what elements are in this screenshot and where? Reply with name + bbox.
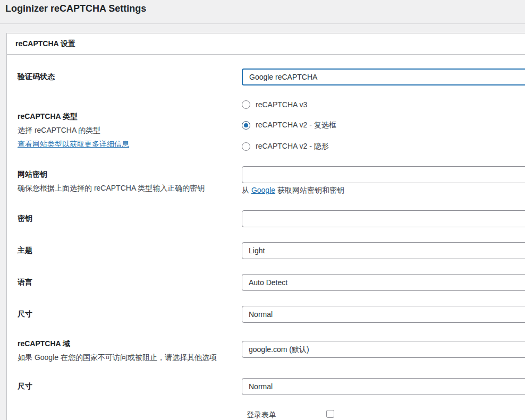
recaptcha-type-description: 选择 reCAPTCHA 的类型 <box>18 125 231 136</box>
row-site-key: 网站密钥 确保您根据上面选择的 reCAPTCHA 类型输入正确的密钥 从 Go… <box>18 166 525 195</box>
site-key-helper-prefix: 从 <box>242 186 251 194</box>
radio-option-v2-invisible: reCAPTCHA v2 - 隐形 <box>242 142 525 151</box>
badge-size-label: 尺寸 <box>18 381 231 392</box>
row-theme: 主题 Light <box>18 242 525 259</box>
page-header: Loginizer reCAPTCHA Settings <box>0 0 525 24</box>
captcha-status-label-col: 验证码状态 <box>18 68 242 85</box>
page-title: Loginizer reCAPTCHA Settings <box>5 3 520 15</box>
row-enable-forms: 登录表单 <box>18 410 525 420</box>
secret-key-label-col: 密钥 <box>18 210 242 227</box>
row-badge-size: 尺寸 Normal <box>18 378 525 395</box>
radio-option-v2-checkbox: reCAPTCHA v2 - 复选框 <box>242 121 525 130</box>
site-key-input[interactable] <box>242 166 525 183</box>
recaptcha-v3-radio[interactable] <box>242 100 250 109</box>
settings-form: 验证码状态 Google reCAPTCHA reCAPTCHA 类型 选择 r… <box>7 55 525 420</box>
language-label-col: 语言 <box>18 274 242 291</box>
row-captcha-status: 验证码状态 Google reCAPTCHA <box>18 68 525 85</box>
row-secret-key: 密钥 <box>18 210 525 227</box>
theme-label: 主题 <box>18 245 231 256</box>
language-select[interactable]: Auto Detect <box>242 274 525 291</box>
site-key-helper: 从 Google 获取网站密钥和密钥 <box>242 186 525 195</box>
badge-size-select[interactable]: Normal <box>242 378 525 395</box>
recaptcha-type-label-col: reCAPTCHA 类型 选择 reCAPTCHA 的类型 查看网站类型以获取更… <box>18 100 242 151</box>
theme-select[interactable]: Light <box>242 242 525 259</box>
settings-panel: reCAPTCHA 设置 验证码状态 Google reCAPTCHA reCA… <box>6 33 525 420</box>
google-link[interactable]: Google <box>251 186 275 194</box>
login-form-option: 登录表单 <box>242 410 525 420</box>
size-label-col: 尺寸 <box>18 306 242 323</box>
recaptcha-v2-checkbox-radio-label[interactable]: reCAPTCHA v2 - 复选框 <box>256 121 336 130</box>
recaptcha-v3-radio-label[interactable]: reCAPTCHA v3 <box>256 100 307 109</box>
row-recaptcha-domain: reCAPTCHA 域 如果 Google 在您的国家不可访问或被阻止，请选择其… <box>18 338 525 363</box>
panel-title: reCAPTCHA 设置 <box>7 33 525 55</box>
site-key-label: 网站密钥 <box>18 169 231 180</box>
login-form-label[interactable]: 登录表单 <box>247 410 326 420</box>
recaptcha-type-label: reCAPTCHA 类型 <box>18 112 231 122</box>
secret-key-label: 密钥 <box>18 213 231 224</box>
language-label: 语言 <box>18 277 231 288</box>
recaptcha-v2-checkbox-radio[interactable] <box>242 121 250 130</box>
row-recaptcha-type: reCAPTCHA 类型 选择 reCAPTCHA 的类型 查看网站类型以获取更… <box>18 100 525 151</box>
login-form-checkbox[interactable] <box>326 410 334 418</box>
secret-key-input[interactable] <box>242 210 525 227</box>
theme-label-col: 主题 <box>18 242 242 259</box>
site-key-description: 确保您根据上面选择的 reCAPTCHA 类型输入正确的密钥 <box>18 183 231 194</box>
domain-label-col: reCAPTCHA 域 如果 Google 在您的国家不可访问或被阻止，请选择其… <box>18 338 242 363</box>
radio-option-v3: reCAPTCHA v3 <box>242 100 525 109</box>
badge-size-label-col: 尺寸 <box>18 378 242 395</box>
recaptcha-v2-invisible-radio[interactable] <box>242 142 250 151</box>
size-label: 尺寸 <box>18 309 231 320</box>
captcha-status-select[interactable]: Google reCAPTCHA <box>242 68 525 85</box>
domain-description: 如果 Google 在您的国家不可访问或被阻止，请选择其他选项 <box>18 352 231 363</box>
size-select[interactable]: Normal <box>242 306 525 323</box>
domain-label: reCAPTCHA 域 <box>18 339 231 349</box>
captcha-status-label: 验证码状态 <box>18 72 231 82</box>
recaptcha-type-info-link[interactable]: 查看网站类型以获取更多详细信息 <box>18 140 129 148</box>
site-key-helper-suffix: 获取网站密钥和密钥 <box>275 186 344 194</box>
recaptcha-v2-invisible-radio-label[interactable]: reCAPTCHA v2 - 隐形 <box>256 142 329 151</box>
domain-select[interactable]: google.com (默认) <box>242 341 525 358</box>
row-size: 尺寸 Normal <box>18 306 525 323</box>
site-key-label-col: 网站密钥 确保您根据上面选择的 reCAPTCHA 类型输入正确的密钥 <box>18 166 242 195</box>
row-language: 语言 Auto Detect <box>18 274 525 291</box>
